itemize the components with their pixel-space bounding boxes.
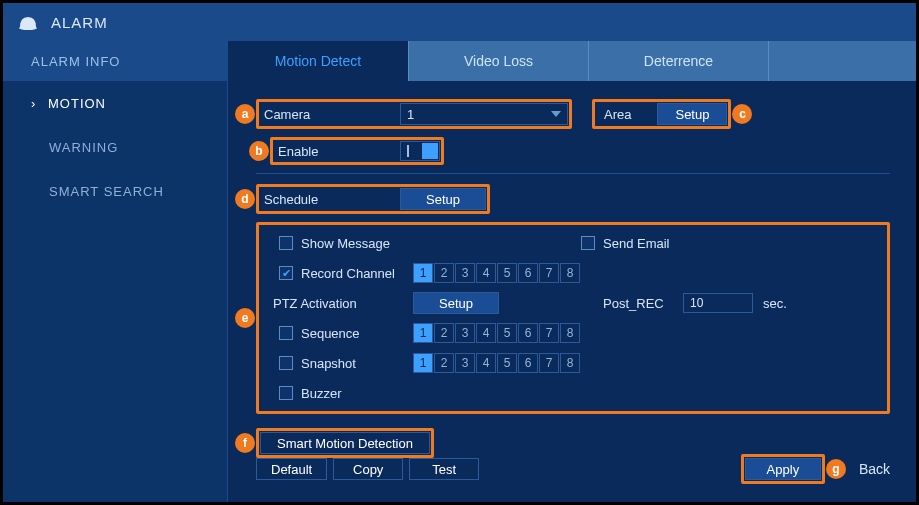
sidebar-item-label: WARNING <box>49 140 118 155</box>
send-email-checkbox[interactable] <box>581 236 595 250</box>
callout-d: d <box>235 189 255 209</box>
divider <box>256 173 890 174</box>
tab-spacer <box>768 41 916 81</box>
channel-4[interactable]: 4 <box>476 263 496 283</box>
callout-a: a <box>235 104 255 124</box>
channel-8[interactable]: 8 <box>560 353 580 373</box>
channel-1[interactable]: 1 <box>413 323 433 343</box>
channel-2[interactable]: 2 <box>434 353 454 373</box>
main-panel: Motion Detect Video Loss Deterrence a Ca… <box>228 41 916 502</box>
tab-video-loss[interactable]: Video Loss <box>408 41 588 81</box>
record-channel-list: 1 2 3 4 5 6 7 8 <box>413 263 580 283</box>
postrec-unit: sec. <box>763 296 787 311</box>
postrec-label: Post_REC <box>603 296 683 311</box>
tab-label: Deterrence <box>644 53 713 69</box>
channel-7[interactable]: 7 <box>539 353 559 373</box>
camera-value: 1 <box>407 107 414 122</box>
sidebar-item-alarm-info[interactable]: ALARM INFO <box>3 41 227 81</box>
back-button[interactable]: Back <box>859 461 890 477</box>
show-message-checkbox[interactable] <box>279 236 293 250</box>
channel-3[interactable]: 3 <box>455 263 475 283</box>
area-label: Area <box>596 107 657 122</box>
sidebar-item-smart-search[interactable]: SMART SEARCH <box>3 169 227 213</box>
sidebar: ALARM INFO › MOTION WARNING SMART SEARCH <box>3 41 228 502</box>
record-channel-label: Record Channel <box>301 266 413 281</box>
apply-button[interactable]: Apply <box>745 458 821 480</box>
enable-label: Enable <box>274 144 400 159</box>
sequence-checkbox[interactable] <box>279 326 293 340</box>
channel-8[interactable]: 8 <box>560 323 580 343</box>
tab-label: Video Loss <box>464 53 533 69</box>
window-title: ALARM <box>51 14 108 31</box>
ptz-setup-button[interactable]: Setup <box>413 292 499 314</box>
channel-2[interactable]: 2 <box>434 263 454 283</box>
channel-4[interactable]: 4 <box>476 353 496 373</box>
camera-select[interactable]: 1 <box>400 103 568 125</box>
record-channel-checkbox[interactable] <box>279 266 293 280</box>
callout-b: b <box>249 141 269 161</box>
sequence-label: Sequence <box>301 326 413 341</box>
test-button[interactable]: Test <box>409 458 479 480</box>
schedule-label: Schedule <box>260 192 400 207</box>
camera-label: Camera <box>260 107 400 122</box>
callout-c: c <box>732 104 752 124</box>
copy-button[interactable]: Copy <box>333 458 403 480</box>
channel-6[interactable]: 6 <box>518 323 538 343</box>
buzzer-label: Buzzer <box>301 386 341 401</box>
alarm-icon <box>17 12 39 32</box>
tab-deterrence[interactable]: Deterrence <box>588 41 768 81</box>
channel-2[interactable]: 2 <box>434 323 454 343</box>
sidebar-item-warning[interactable]: WARNING <box>3 125 227 169</box>
channel-7[interactable]: 7 <box>539 263 559 283</box>
enable-toggle[interactable] <box>400 141 440 161</box>
tab-bar: Motion Detect Video Loss Deterrence <box>228 41 916 81</box>
channel-5[interactable]: 5 <box>497 323 517 343</box>
tab-label: Motion Detect <box>275 53 361 69</box>
send-email-label: Send Email <box>603 236 669 251</box>
sequence-channel-list: 1 2 3 4 5 6 7 8 <box>413 323 580 343</box>
sidebar-item-label: SMART SEARCH <box>49 184 164 199</box>
default-button[interactable]: Default <box>256 458 327 480</box>
channel-6[interactable]: 6 <box>518 263 538 283</box>
channel-1[interactable]: 1 <box>413 263 433 283</box>
channel-5[interactable]: 5 <box>497 353 517 373</box>
snapshot-channel-list: 1 2 3 4 5 6 7 8 <box>413 353 580 373</box>
footer: Default Copy Test Apply g Back <box>256 454 890 484</box>
snapshot-checkbox[interactable] <box>279 356 293 370</box>
channel-8[interactable]: 8 <box>560 263 580 283</box>
snapshot-label: Snapshot <box>301 356 413 371</box>
svg-point-0 <box>19 26 37 30</box>
sidebar-item-label: MOTION <box>48 96 106 111</box>
channel-5[interactable]: 5 <box>497 263 517 283</box>
callout-g: g <box>826 459 846 479</box>
tab-motion-detect[interactable]: Motion Detect <box>228 41 408 81</box>
chevron-down-icon <box>551 111 561 117</box>
channel-7[interactable]: 7 <box>539 323 559 343</box>
smart-motion-detection-button[interactable]: Smart Motion Detection <box>260 432 430 454</box>
area-setup-button[interactable]: Setup <box>657 103 727 125</box>
channel-4[interactable]: 4 <box>476 323 496 343</box>
chevron-right-icon: › <box>31 96 46 111</box>
buzzer-checkbox[interactable] <box>279 386 293 400</box>
schedule-setup-button[interactable]: Setup <box>400 188 486 210</box>
callout-e: e <box>235 308 255 328</box>
postrec-input[interactable] <box>683 293 753 313</box>
ptz-label: PTZ Activation <box>273 296 413 311</box>
sidebar-item-motion[interactable]: › MOTION <box>3 81 227 125</box>
callout-f: f <box>235 433 255 453</box>
title-bar: ALARM <box>3 3 916 41</box>
show-message-label: Show Message <box>301 236 581 251</box>
channel-1[interactable]: 1 <box>413 353 433 373</box>
channel-3[interactable]: 3 <box>455 323 475 343</box>
app-window: ALARM ALARM INFO › MOTION WARNING SMART … <box>0 0 919 505</box>
channel-6[interactable]: 6 <box>518 353 538 373</box>
channel-3[interactable]: 3 <box>455 353 475 373</box>
